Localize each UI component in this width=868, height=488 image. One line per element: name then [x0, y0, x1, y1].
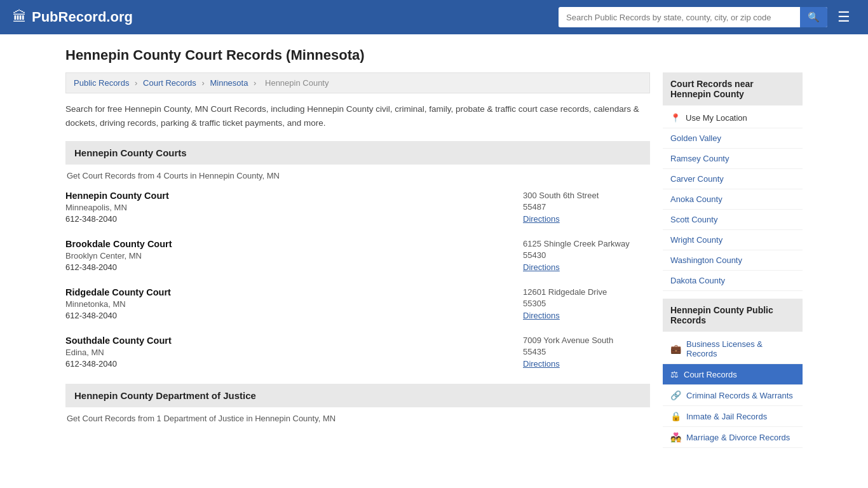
sidebar-record-label-1: Court Records — [684, 370, 737, 379]
court-name-1: Brookdale County Court — [65, 239, 172, 249]
breadcrumb-minnesota[interactable]: Minnesota — [210, 78, 248, 88]
court-city-1: Brooklyn Center, MN — [65, 251, 172, 261]
court-name-0: Hennepin County Court — [65, 191, 169, 201]
sidebar-nearby-1[interactable]: Ramsey County — [663, 149, 803, 169]
court-address-0: 300 South 6th Street — [523, 191, 650, 200]
court-address-1: 6125 Shingle Creek Parkway — [523, 239, 650, 248]
sidebar-record-label-3: Inmate & Jail Records — [686, 412, 767, 421]
use-my-location-label: Use My Location — [686, 113, 747, 123]
sidebar-public-record-0[interactable]: 💼Business Licenses & Records — [663, 334, 803, 364]
sidebar-public-record-1[interactable]: ⚖Court Records — [663, 364, 803, 385]
court-left-2: Ridgedale County Court Minnetonka, MN 61… — [65, 287, 171, 320]
sidebar-record-icon-2: 🔗 — [670, 390, 681, 400]
sidebar-public-record-3[interactable]: 🔒Inmate & Jail Records — [663, 406, 803, 427]
page-wrapper: Hennepin County Court Records (Minnesota… — [53, 34, 815, 461]
sidebar-nearby-7[interactable]: Dakota County — [663, 271, 803, 291]
sidebar-nearby-0[interactable]: Golden Valley — [663, 128, 803, 149]
main-content: Public Records › Court Records › Minneso… — [65, 72, 650, 448]
location-icon: 📍 — [670, 113, 681, 123]
court-address-2: 12601 Ridgedale Drive — [523, 287, 650, 297]
directions-link-2[interactable]: Directions — [523, 311, 560, 320]
page-description: Search for free Hennepin County, MN Cour… — [65, 102, 650, 130]
sidebar-record-icon-1: ⚖ — [670, 369, 679, 379]
sidebar-nearby-list: Golden ValleyRamsey CountyCarver CountyA… — [663, 128, 803, 291]
courts-section-header: Hennepin County Courts — [65, 141, 650, 165]
menu-button[interactable]: ☰ — [832, 6, 855, 28]
sidebar-record-icon-4: 💑 — [670, 432, 681, 442]
sidebar-use-my-location[interactable]: 📍 Use My Location — [663, 108, 803, 128]
sidebar-record-icon-0: 💼 — [670, 344, 681, 354]
sidebar-record-icon-3: 🔒 — [670, 411, 681, 421]
court-city-2: Minnetonka, MN — [65, 299, 171, 309]
search-button[interactable]: 🔍 — [800, 7, 827, 27]
sidebar-public-record-2[interactable]: 🔗Criminal Records & Warrants — [663, 385, 803, 406]
court-city-3: Edina, MN — [65, 348, 172, 357]
site-header: 🏛 PubRecord.org 🔍 ☰ — [0, 0, 868, 34]
sidebar: Court Records near Hennepin County 📍 Use… — [663, 72, 803, 448]
directions-link-1[interactable]: Directions — [523, 262, 560, 272]
breadcrumb-sep-3: › — [254, 78, 256, 88]
court-address-3: 7009 York Avenue South — [523, 336, 650, 345]
court-right-3: 7009 York Avenue South 55435 Directions — [523, 336, 650, 369]
court-zip-3: 55435 — [523, 347, 650, 356]
breadcrumb: Public Records › Court Records › Minneso… — [65, 72, 650, 93]
logo-area: 🏛 PubRecord.org — [13, 9, 133, 25]
court-right-0: 300 South 6th Street 55487 Directions — [523, 191, 650, 224]
court-phone-0: 612-348-2040 — [65, 214, 169, 224]
court-phone-2: 612-348-2040 — [65, 311, 171, 320]
court-entry: Brookdale County Court Brooklyn Center, … — [65, 239, 650, 274]
court-right-2: 12601 Ridgedale Drive 55305 Directions — [523, 287, 650, 320]
courts-list: Hennepin County Court Minneapolis, MN 61… — [65, 191, 650, 371]
court-phone-3: 612-348-2040 — [65, 359, 172, 369]
sidebar-public-records-list: 💼Business Licenses & Records⚖Court Recor… — [663, 334, 803, 448]
breadcrumb-sep-1: › — [135, 78, 137, 88]
search-bar: 🔍 — [559, 7, 827, 27]
search-input[interactable] — [559, 8, 800, 27]
sidebar-public-records-heading: Hennepin County Public Records — [663, 299, 803, 332]
court-zip-0: 55487 — [523, 202, 650, 212]
directions-link-3[interactable]: Directions — [523, 359, 560, 369]
court-phone-1: 612-348-2040 — [65, 262, 172, 272]
court-zip-2: 55305 — [523, 299, 650, 308]
breadcrumb-public-records[interactable]: Public Records — [74, 78, 129, 88]
justice-section-header: Hennepin County Department of Justice — [65, 384, 650, 407]
sidebar-nearby-heading: Court Records near Hennepin County — [663, 72, 803, 105]
sidebar-record-label-0: Business Licenses & Records — [686, 339, 795, 358]
header-right: 🔍 ☰ — [559, 6, 855, 28]
sidebar-record-label-4: Marriage & Divorce Records — [686, 433, 790, 442]
breadcrumb-court-records[interactable]: Court Records — [143, 78, 196, 88]
sidebar-public-record-4[interactable]: 💑Marriage & Divorce Records — [663, 427, 803, 448]
sidebar-nearby-4[interactable]: Scott County — [663, 210, 803, 230]
court-entry: Hennepin County Court Minneapolis, MN 61… — [65, 191, 650, 226]
court-entry: Ridgedale County Court Minnetonka, MN 61… — [65, 287, 650, 323]
logo-icon: 🏛 — [13, 9, 27, 25]
breadcrumb-hennepin: Hennepin County — [265, 78, 329, 88]
court-left-1: Brookdale County Court Brooklyn Center, … — [65, 239, 172, 272]
sidebar-nearby-6[interactable]: Washington County — [663, 250, 803, 271]
courts-sub-description: Get Court Records from 4 Courts in Henne… — [65, 171, 650, 180]
court-name-3: Southdale County Court — [65, 336, 172, 346]
court-city-0: Minneapolis, MN — [65, 203, 169, 212]
court-entry: Southdale County Court Edina, MN 612-348… — [65, 336, 650, 371]
breadcrumb-sep-2: › — [201, 78, 204, 88]
page-title: Hennepin County Court Records (Minnesota… — [65, 47, 803, 64]
court-right-1: 6125 Shingle Creek Parkway 55430 Directi… — [523, 239, 650, 272]
content-layout: Public Records › Court Records › Minneso… — [65, 72, 803, 448]
sidebar-record-label-2: Criminal Records & Warrants — [686, 391, 793, 400]
sidebar-nearby-3[interactable]: Anoka County — [663, 189, 803, 210]
court-left-0: Hennepin County Court Minneapolis, MN 61… — [65, 191, 169, 224]
justice-sub-description: Get Court Records from 1 Department of J… — [65, 414, 650, 423]
court-left-3: Southdale County Court Edina, MN 612-348… — [65, 336, 172, 369]
court-name-2: Ridgedale County Court — [65, 287, 171, 297]
sidebar-nearby-2[interactable]: Carver County — [663, 169, 803, 189]
directions-link-0[interactable]: Directions — [523, 214, 560, 224]
court-zip-1: 55430 — [523, 250, 650, 260]
sidebar-nearby-5[interactable]: Wright County — [663, 230, 803, 250]
logo-text: PubRecord.org — [32, 9, 133, 25]
